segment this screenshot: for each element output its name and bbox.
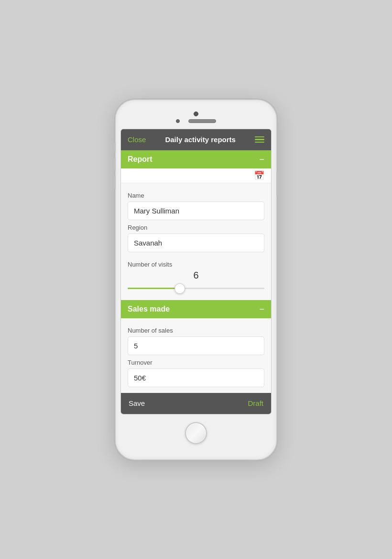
name-label: Name <box>128 192 264 199</box>
volume-down-button <box>114 176 116 189</box>
visits-slider-section: Number of visits 6 <box>121 258 271 300</box>
visits-value: 6 <box>128 270 264 281</box>
phone-screen: Close Daily activity reports Report − 📅 … <box>120 129 272 414</box>
report-section-header[interactable]: Report − <box>121 150 271 168</box>
save-button[interactable]: Save <box>129 399 145 407</box>
turnover-input[interactable]: 50€ <box>128 369 264 387</box>
slider-track-fill <box>128 288 180 289</box>
report-collapse-icon[interactable]: − <box>259 155 264 164</box>
sales-count-input[interactable]: 5 <box>128 336 264 355</box>
sensor-dot <box>176 119 180 123</box>
menu-line-3 <box>255 142 264 143</box>
speaker-grille <box>188 119 216 123</box>
sub-header-partial: 📅 <box>121 168 271 183</box>
turnover-label: Turnover <box>128 359 264 366</box>
menu-icon[interactable] <box>255 136 264 143</box>
region-input[interactable]: Savanah <box>128 234 264 252</box>
menu-line-1 <box>255 136 264 138</box>
sales-form-body: Number of sales 5 Turnover 50€ <box>121 318 271 393</box>
visits-label: Number of visits <box>128 261 264 268</box>
region-label: Region <box>128 224 264 231</box>
home-button[interactable] <box>185 422 207 444</box>
slider-track[interactable] <box>128 283 264 294</box>
form-body: Name Mary Sulliman Region Savanah <box>121 183 271 258</box>
phone-bottom-area <box>120 414 272 448</box>
sales-count-label: Number of sales <box>128 327 264 334</box>
report-section-title: Report <box>128 155 152 164</box>
close-button[interactable]: Close <box>128 135 146 144</box>
phone-device: Close Daily activity reports Report − 📅 … <box>115 99 277 460</box>
menu-line-2 <box>255 139 264 140</box>
calendar-icon: 📅 <box>254 170 264 181</box>
phone-top-area <box>120 107 272 129</box>
mute-button <box>114 142 116 152</box>
sales-section-title: Sales made <box>128 305 170 313</box>
camera-icon <box>194 112 198 116</box>
nav-title: Daily activity reports <box>165 135 236 144</box>
sales-collapse-icon[interactable]: − <box>259 305 264 313</box>
power-button <box>276 172 278 196</box>
volume-up-button <box>114 157 116 171</box>
slider-thumb[interactable] <box>174 283 185 294</box>
sales-section-header[interactable]: Sales made − <box>121 300 271 318</box>
bottom-action-bar: Save Draft <box>121 393 271 414</box>
name-input[interactable]: Mary Sulliman <box>128 201 264 220</box>
nav-bar: Close Daily activity reports <box>121 129 271 150</box>
draft-button[interactable]: Draft <box>248 399 263 407</box>
